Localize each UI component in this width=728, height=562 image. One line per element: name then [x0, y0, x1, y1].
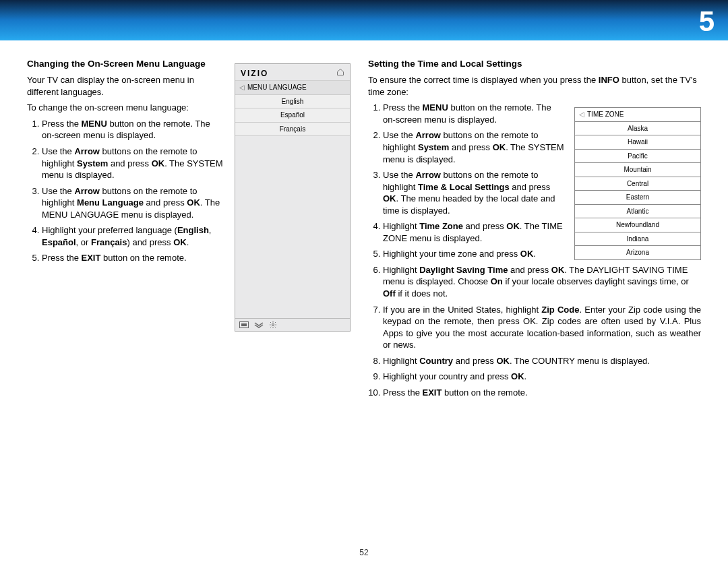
phone-header: VIZIO — [235, 64, 350, 81]
left-step-1: Press the MENU button on the remote. The… — [42, 118, 225, 142]
tz-option: Hawaii — [575, 135, 700, 150]
tz-option: Alaska — [575, 122, 700, 136]
right-heading: Setting the Time and Local Settings — [368, 58, 701, 70]
tz-option: Indiana — [575, 232, 700, 247]
phone-language-list: English Español Français — [235, 95, 350, 137]
lang-option: Français — [235, 123, 350, 137]
right-step-4: Highlight Time Zone and press OK. The TI… — [383, 220, 565, 244]
tz-header-label: TIME ZONE — [587, 110, 624, 119]
page-content: Changing the On-Screen Menu Language You… — [0, 40, 728, 402]
left-step-4: Highlight your preferred language (Engli… — [42, 224, 225, 248]
svg-rect-1 — [241, 323, 247, 326]
right-step-1: Press the MENU button on the remote. The… — [383, 102, 565, 125]
left-step-2: Use the Arrow buttons on the remote to h… — [42, 146, 225, 181]
tz-option: Pacific — [575, 150, 700, 164]
left-text: Changing the On-Screen Menu Language You… — [27, 58, 225, 402]
tz-header: ◁ TIME ZONE — [575, 108, 700, 122]
right-column: Setting the Time and Local Settings To e… — [368, 58, 701, 402]
tz-option: Atlantic — [575, 205, 700, 219]
left-step-3: Use the Arrow buttons on the remote to h… — [42, 185, 225, 221]
page-number: 52 — [0, 547, 728, 558]
left-steps: Press the MENU button on the remote. The… — [27, 118, 225, 264]
right-step-10: Press the EXIT button on the remote. — [383, 387, 701, 399]
left-intro-2: To change the on-screen menu language: — [27, 102, 225, 114]
tz-option: Newfoundland — [575, 218, 700, 232]
left-step-5: Press the EXIT button on the remote. — [42, 252, 225, 264]
tz-option: Eastern — [575, 191, 700, 205]
right-intro: To ensure the correct time is displayed … — [368, 74, 701, 98]
menu-language-screenshot: VIZIO ◁ MENU LANGUAGE English Español Fr… — [235, 63, 351, 332]
gear-icon — [269, 321, 277, 329]
tz-option: Arizona — [575, 246, 700, 259]
right-step-8: Highlight Country and press OK. The COUN… — [383, 355, 701, 367]
svg-point-2 — [272, 324, 274, 326]
right-step-2: Use the Arrow buttons on the remote to h… — [383, 129, 565, 165]
right-step-7: If you are in the United States, highlig… — [383, 304, 701, 351]
chapter-number: 5 — [699, 3, 715, 41]
left-heading: Changing the On-Screen Menu Language — [27, 58, 225, 70]
home-icon — [336, 68, 344, 79]
tz-option: Mountain — [575, 163, 700, 177]
phone-subhead: ◁ MENU LANGUAGE — [235, 81, 350, 95]
header-band: 5 — [0, 0, 728, 40]
phone-footer — [235, 318, 350, 331]
phone-brand: VIZIO — [241, 68, 268, 79]
phone-subhead-label: MENU LANGUAGE — [247, 83, 307, 92]
time-zone-screenshot: ◁ TIME ZONE Alaska Hawaii Pacific Mounta… — [574, 107, 701, 260]
lang-option: Español — [235, 108, 350, 123]
back-icon: ◁ — [579, 110, 584, 119]
right-step-6: Highlight Daylight Saving Time and press… — [383, 264, 701, 300]
back-icon: ◁ — [239, 83, 245, 92]
left-column: Changing the On-Screen Menu Language You… — [27, 58, 351, 402]
left-intro-1: Your TV can display the on-screen menu i… — [27, 74, 225, 98]
right-step-9: Highlight your country and press OK. — [383, 371, 701, 383]
wide-icon — [239, 321, 249, 328]
right-step-3: Use the Arrow buttons on the remote to h… — [383, 169, 565, 216]
chevron-down-icon — [254, 321, 264, 328]
lang-option: English — [235, 95, 350, 109]
tz-option: Central — [575, 177, 700, 191]
